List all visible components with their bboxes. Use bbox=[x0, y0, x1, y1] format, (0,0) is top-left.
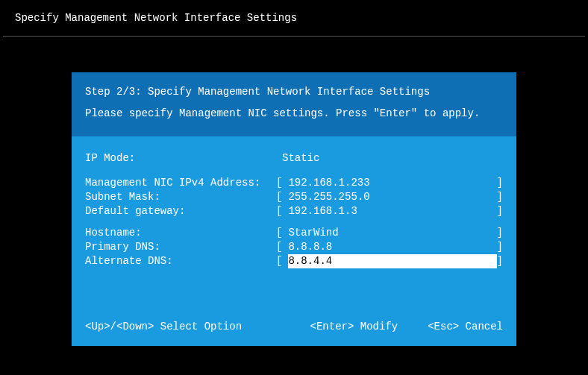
instruction-text: Please specify Management NIC settings. … bbox=[85, 104, 503, 123]
gateway-label: Default gateway: bbox=[85, 204, 276, 218]
dialog-header: Step 2/3: Specify Management Network Int… bbox=[72, 72, 516, 136]
ip-mode-label: IP Mode: bbox=[85, 151, 276, 166]
primary-dns-label: Primary DNS: bbox=[85, 240, 276, 254]
hostname-row[interactable]: Hostname: [ StarWind ] bbox=[85, 226, 503, 240]
gateway-value: 192.168.1.3 bbox=[282, 204, 496, 218]
ipv4-value: 192.168.1.233 bbox=[282, 176, 496, 190]
step-title: Step 2/3: Specify Management Network Int… bbox=[85, 83, 503, 101]
subnet-row[interactable]: Subnet Mask: [ 255.255.255.0 ] bbox=[85, 190, 503, 204]
dialog-body: IP Mode: Static Management NIC IPv4 Addr… bbox=[72, 136, 516, 309]
alt-dns-row[interactable]: Alternate DNS: [ 8.8.4.4 ] bbox=[85, 254, 503, 268]
page-title: Specify Management Network Interface Set… bbox=[15, 12, 297, 24]
page-header: Specify Management Network Interface Set… bbox=[0, 0, 588, 36]
hostname-label: Hostname: bbox=[85, 226, 276, 240]
footer-modify-hint: <Enter> Modify bbox=[310, 321, 398, 333]
divider bbox=[3, 36, 585, 37]
primary-dns-row[interactable]: Primary DNS: [ 8.8.8.8 ] bbox=[85, 240, 503, 254]
ipv4-label: Management NIC IPv4 Address: bbox=[85, 176, 276, 190]
subnet-value: 255.255.255.0 bbox=[282, 190, 496, 204]
primary-dns-value: 8.8.8.8 bbox=[282, 240, 496, 254]
footer-select-hint: <Up>/<Down> Select Option bbox=[85, 321, 242, 333]
dialog-footer: <Up>/<Down> Select Option <Enter> Modify… bbox=[72, 310, 516, 346]
alt-dns-input[interactable]: 8.8.4.4 bbox=[288, 254, 496, 268]
subnet-label: Subnet Mask: bbox=[85, 190, 276, 204]
ipv4-row[interactable]: Management NIC IPv4 Address: [ 192.168.1… bbox=[85, 176, 503, 190]
footer-cancel-hint: <Esc> Cancel bbox=[428, 321, 503, 333]
gateway-row[interactable]: Default gateway: [ 192.168.1.3 ] bbox=[85, 204, 503, 218]
settings-dialog: Step 2/3: Specify Management Network Int… bbox=[72, 72, 516, 346]
ip-mode-row[interactable]: IP Mode: Static bbox=[85, 151, 503, 166]
alt-dns-label: Alternate DNS: bbox=[85, 254, 276, 268]
hostname-value: StarWind bbox=[282, 226, 496, 240]
ip-mode-value: Static bbox=[276, 151, 503, 166]
